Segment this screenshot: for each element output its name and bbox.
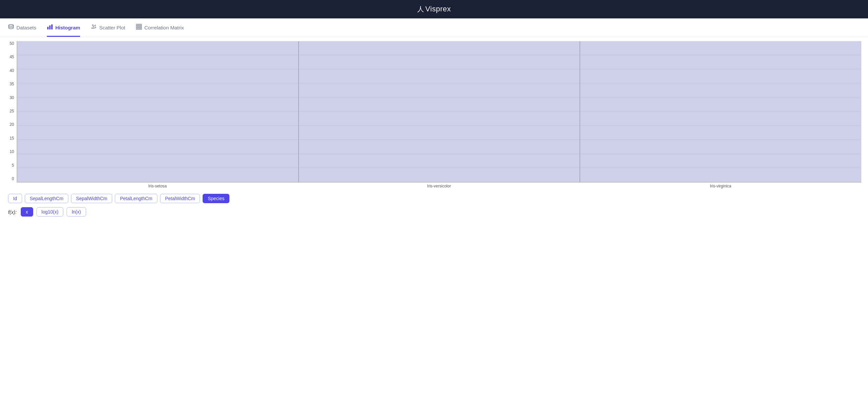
nav-label-datasets: Datasets <box>17 25 36 30</box>
svg-rect-18 <box>140 28 142 29</box>
correlation-icon <box>136 24 142 31</box>
histogram-chart: 0 5 10 15 20 25 30 35 40 45 50 <box>7 41 861 189</box>
svg-point-4 <box>92 28 93 29</box>
fx-label: f(x): <box>8 209 17 215</box>
x-label-versicolor: Iris-versicolor <box>299 184 580 189</box>
svg-rect-17 <box>138 28 140 29</box>
svg-rect-2 <box>49 26 51 29</box>
chip-id[interactable]: Id <box>8 194 22 203</box>
transform-chip-log10[interactable]: log10(x) <box>36 207 64 216</box>
main-nav: Datasets Histogram Scatter Plot <box>0 19 868 37</box>
transform-section: f(x): x log10(x) ln(x) <box>0 206 868 222</box>
svg-rect-12 <box>140 24 142 26</box>
bar-setosa <box>17 41 299 182</box>
column-filter-section: Id SepalLengthCm SepalWidthCm PetalLengt… <box>0 189 868 206</box>
svg-point-6 <box>95 25 96 26</box>
svg-rect-16 <box>136 28 137 29</box>
nav-label-histogram: Histogram <box>55 25 80 30</box>
x-label-virginica: Iris-virginica <box>580 184 861 189</box>
x-label-setosa: Iris-setosa <box>17 184 299 189</box>
svg-rect-3 <box>51 25 53 29</box>
svg-rect-13 <box>136 26 137 28</box>
main-content: 0 5 10 15 20 25 30 35 40 45 50 <box>0 37 868 222</box>
nav-item-scatter[interactable]: Scatter Plot <box>91 19 125 37</box>
svg-rect-10 <box>136 24 137 26</box>
transform-chip-x[interactable]: x <box>21 207 33 216</box>
chart-plot-area: Iris-setosa Iris-versicolor Iris-virgini… <box>17 41 861 189</box>
nav-item-histogram[interactable]: Histogram <box>47 19 80 37</box>
scatter-icon <box>91 24 97 31</box>
app-header: 人Visprex <box>0 0 868 19</box>
chip-species[interactable]: Species <box>203 194 229 203</box>
svg-rect-14 <box>138 26 140 28</box>
chip-petal-width[interactable]: PetalWidthCm <box>160 194 200 203</box>
nav-label-scatter: Scatter Plot <box>99 25 125 30</box>
bars-area <box>17 41 861 182</box>
chip-sepal-width[interactable]: SepalWidthCm <box>71 194 112 203</box>
chip-petal-length[interactable]: PetalLengthCm <box>115 194 157 203</box>
histogram-icon <box>47 24 53 31</box>
bar-versicolor <box>299 41 580 182</box>
transform-chip-ln[interactable]: ln(x) <box>67 207 86 216</box>
datasets-icon <box>8 24 14 31</box>
y-axis: 0 5 10 15 20 25 30 35 40 45 50 <box>7 41 17 189</box>
svg-point-8 <box>92 25 93 26</box>
nav-label-correlation: Correlation Matrix <box>144 25 184 30</box>
svg-rect-15 <box>140 26 142 28</box>
x-axis-labels: Iris-setosa Iris-versicolor Iris-virgini… <box>17 182 861 189</box>
nav-item-correlation[interactable]: Correlation Matrix <box>136 19 184 37</box>
svg-rect-1 <box>47 27 49 29</box>
nav-item-datasets[interactable]: Datasets <box>8 19 36 37</box>
svg-rect-11 <box>138 24 140 26</box>
svg-point-9 <box>93 28 94 29</box>
svg-point-7 <box>95 27 96 28</box>
svg-point-5 <box>93 26 94 27</box>
svg-point-0 <box>9 25 13 26</box>
app-logo: 人 <box>417 5 424 13</box>
bar-virginica <box>580 41 861 182</box>
app-title: Visprex <box>425 5 451 13</box>
chip-sepal-length[interactable]: SepalLengthCm <box>25 194 68 203</box>
